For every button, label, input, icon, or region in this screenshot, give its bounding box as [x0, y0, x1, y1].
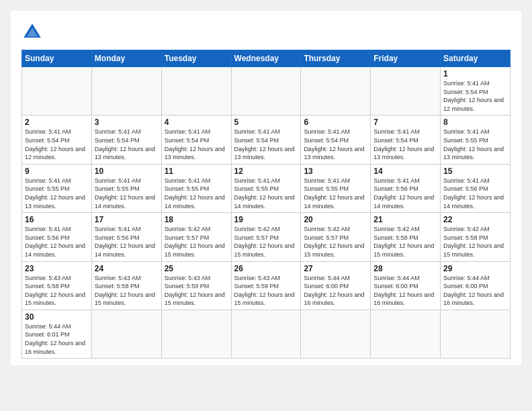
day-info-9: Sunrise: 5:41 AM Sunset: 5:55 PM Dayligh… [25, 177, 89, 210]
empty-cell-w5-d2 [161, 310, 231, 358]
day-info-19: Sunrise: 5:42 AM Sunset: 5:57 PM Dayligh… [234, 225, 298, 259]
day-cell-8: 8 Sunrise: 5:41 AM Sunset: 5:55 PM Dayli… [441, 116, 511, 164]
day-info-29: Sunrise: 5:44 AM Sunset: 6:00 PM Dayligh… [443, 274, 507, 308]
day-number-10: 10 [95, 167, 159, 176]
page: Sunday Monday Tuesday Wednesday Thursday… [11, 11, 521, 365]
day-info-22: Sunrise: 5:42 AM Sunset: 5:58 PM Dayligh… [443, 225, 507, 259]
day-info-20: Sunrise: 5:42 AM Sunset: 5:57 PM Dayligh… [304, 225, 367, 259]
day-cell-17: 17 Sunrise: 5:41 AM Sunset: 5:56 PM Dayl… [91, 213, 161, 261]
empty-cell-w5-d4 [301, 310, 371, 358]
header-wednesday: Wednesday [231, 50, 301, 67]
day-number-6: 6 [304, 118, 367, 127]
day-cell-2: 2 Sunrise: 5:41 AM Sunset: 5:54 PM Dayli… [22, 116, 92, 164]
day-cell-25: 25 Sunrise: 5:43 AM Sunset: 5:59 PM Dayl… [161, 261, 231, 310]
day-number-28: 28 [373, 264, 437, 273]
empty-cell-w0-d1 [91, 67, 161, 116]
empty-cell-w5-d3 [231, 310, 301, 358]
day-number-16: 16 [25, 215, 89, 224]
day-cell-11: 11 Sunrise: 5:41 AM Sunset: 5:55 PM Dayl… [161, 164, 231, 212]
day-number-2: 2 [25, 118, 89, 127]
empty-cell-w5-d6 [441, 310, 511, 358]
day-info-10: Sunrise: 5:41 AM Sunset: 5:55 PM Dayligh… [95, 177, 159, 210]
day-cell-13: 13 Sunrise: 5:41 AM Sunset: 5:55 PM Dayl… [301, 164, 371, 212]
header-monday: Monday [91, 50, 161, 67]
day-cell-30: 30 Sunrise: 5:44 AM Sunset: 6:01 PM Dayl… [22, 310, 92, 358]
weekday-header-row: Sunday Monday Tuesday Wednesday Thursday… [22, 50, 511, 67]
header-friday: Friday [371, 50, 441, 67]
logo [21, 21, 46, 43]
day-info-28: Sunrise: 5:44 AM Sunset: 6:00 PM Dayligh… [373, 274, 437, 308]
empty-cell-w0-d2 [161, 67, 231, 116]
day-cell-19: 19 Sunrise: 5:42 AM Sunset: 5:57 PM Dayl… [231, 213, 301, 261]
day-info-21: Sunrise: 5:42 AM Sunset: 5:58 PM Dayligh… [373, 225, 437, 259]
empty-cell-w0-d3 [231, 67, 301, 116]
week-row-3: 9 Sunrise: 5:41 AM Sunset: 5:55 PM Dayli… [22, 164, 511, 212]
day-number-19: 19 [234, 215, 298, 224]
day-info-13: Sunrise: 5:41 AM Sunset: 5:55 PM Dayligh… [304, 177, 367, 210]
logo-icon [21, 21, 43, 43]
day-info-11: Sunrise: 5:41 AM Sunset: 5:55 PM Dayligh… [165, 177, 228, 210]
day-info-5: Sunrise: 5:41 AM Sunset: 5:54 PM Dayligh… [234, 128, 298, 161]
day-number-26: 26 [234, 264, 298, 273]
day-cell-12: 12 Sunrise: 5:41 AM Sunset: 5:55 PM Dayl… [231, 164, 301, 212]
day-info-26: Sunrise: 5:43 AM Sunset: 5:59 PM Dayligh… [234, 274, 298, 308]
header-tuesday: Tuesday [161, 50, 231, 67]
day-info-24: Sunrise: 5:43 AM Sunset: 5:58 PM Dayligh… [95, 274, 159, 308]
header [21, 21, 511, 43]
day-number-1: 1 [443, 69, 507, 79]
day-number-29: 29 [443, 264, 507, 273]
day-cell-3: 3 Sunrise: 5:41 AM Sunset: 5:54 PM Dayli… [91, 116, 161, 164]
day-cell-29: 29 Sunrise: 5:44 AM Sunset: 6:00 PM Dayl… [441, 261, 511, 310]
day-number-11: 11 [165, 167, 228, 176]
day-info-8: Sunrise: 5:41 AM Sunset: 5:55 PM Dayligh… [443, 128, 507, 161]
day-cell-21: 21 Sunrise: 5:42 AM Sunset: 5:58 PM Dayl… [371, 213, 441, 261]
day-cell-26: 26 Sunrise: 5:43 AM Sunset: 5:59 PM Dayl… [231, 261, 301, 310]
day-number-15: 15 [443, 167, 507, 176]
header-sunday: Sunday [22, 50, 92, 67]
day-info-12: Sunrise: 5:41 AM Sunset: 5:55 PM Dayligh… [234, 177, 298, 210]
day-cell-14: 14 Sunrise: 5:41 AM Sunset: 5:56 PM Dayl… [371, 164, 441, 212]
empty-cell-w0-d0 [22, 67, 92, 116]
day-cell-23: 23 Sunrise: 5:43 AM Sunset: 5:58 PM Dayl… [22, 261, 92, 310]
day-number-4: 4 [165, 118, 228, 127]
day-number-7: 7 [373, 118, 437, 127]
day-cell-24: 24 Sunrise: 5:43 AM Sunset: 5:58 PM Dayl… [91, 261, 161, 310]
day-cell-6: 6 Sunrise: 5:41 AM Sunset: 5:54 PM Dayli… [301, 116, 371, 164]
day-cell-22: 22 Sunrise: 5:42 AM Sunset: 5:58 PM Dayl… [441, 213, 511, 261]
day-number-20: 20 [304, 215, 367, 224]
week-row-5: 23 Sunrise: 5:43 AM Sunset: 5:58 PM Dayl… [22, 261, 511, 310]
day-info-18: Sunrise: 5:42 AM Sunset: 5:57 PM Dayligh… [165, 225, 228, 259]
empty-cell-w5-d1 [91, 310, 161, 358]
day-cell-9: 9 Sunrise: 5:41 AM Sunset: 5:55 PM Dayli… [22, 164, 92, 212]
day-info-16: Sunrise: 5:41 AM Sunset: 5:56 PM Dayligh… [25, 225, 89, 259]
day-cell-16: 16 Sunrise: 5:41 AM Sunset: 5:56 PM Dayl… [22, 213, 92, 261]
day-number-13: 13 [304, 167, 367, 176]
day-info-15: Sunrise: 5:41 AM Sunset: 5:56 PM Dayligh… [443, 177, 507, 210]
empty-cell-w5-d5 [371, 310, 441, 358]
day-cell-7: 7 Sunrise: 5:41 AM Sunset: 5:54 PM Dayli… [371, 116, 441, 164]
day-number-27: 27 [304, 264, 367, 273]
day-number-9: 9 [25, 167, 89, 176]
day-info-17: Sunrise: 5:41 AM Sunset: 5:56 PM Dayligh… [95, 225, 159, 259]
day-cell-4: 4 Sunrise: 5:41 AM Sunset: 5:54 PM Dayli… [161, 116, 231, 164]
day-cell-1: 1 Sunrise: 5:41 AM Sunset: 5:54 PM Dayli… [441, 67, 511, 116]
day-cell-27: 27 Sunrise: 5:44 AM Sunset: 6:00 PM Dayl… [301, 261, 371, 310]
header-thursday: Thursday [301, 50, 371, 67]
day-info-14: Sunrise: 5:41 AM Sunset: 5:56 PM Dayligh… [373, 177, 437, 210]
week-row-1: 1 Sunrise: 5:41 AM Sunset: 5:54 PM Dayli… [22, 67, 511, 116]
day-number-12: 12 [234, 167, 298, 176]
day-info-25: Sunrise: 5:43 AM Sunset: 5:59 PM Dayligh… [165, 274, 228, 308]
day-number-17: 17 [95, 215, 159, 224]
day-info-1: Sunrise: 5:41 AM Sunset: 5:54 PM Dayligh… [443, 79, 507, 113]
day-cell-15: 15 Sunrise: 5:41 AM Sunset: 5:56 PM Dayl… [441, 164, 511, 212]
empty-cell-w0-d5 [371, 67, 441, 116]
week-row-6: 30 Sunrise: 5:44 AM Sunset: 6:01 PM Dayl… [22, 310, 511, 358]
day-cell-18: 18 Sunrise: 5:42 AM Sunset: 5:57 PM Dayl… [161, 213, 231, 261]
day-info-30: Sunrise: 5:44 AM Sunset: 6:01 PM Dayligh… [25, 322, 89, 356]
day-info-23: Sunrise: 5:43 AM Sunset: 5:58 PM Dayligh… [25, 274, 89, 308]
day-number-8: 8 [443, 118, 507, 127]
day-number-5: 5 [234, 118, 298, 127]
day-info-7: Sunrise: 5:41 AM Sunset: 5:54 PM Dayligh… [373, 128, 437, 161]
day-info-4: Sunrise: 5:41 AM Sunset: 5:54 PM Dayligh… [165, 128, 228, 161]
header-saturday: Saturday [441, 50, 511, 67]
